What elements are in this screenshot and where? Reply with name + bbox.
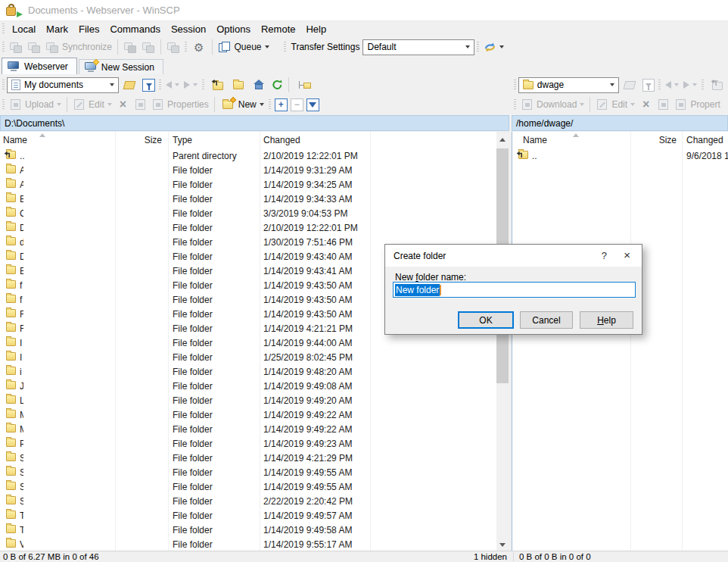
right-open-directory-button[interactable] xyxy=(620,79,640,92)
menu-mark[interactable]: Mark xyxy=(41,22,73,36)
toolbar-separator xyxy=(212,39,213,55)
file-row[interactable]: AFile folder1/14/2019 9:31:29 AM xyxy=(0,163,496,177)
left-forward-button[interactable] xyxy=(182,80,199,90)
left-rename-button[interactable] xyxy=(132,98,148,111)
upload-button[interactable]: Upload xyxy=(8,98,63,111)
scroll-up-arrow-icon xyxy=(499,138,506,142)
file-row[interactable]: SFile folder2/22/2019 2:20:42 PM xyxy=(0,494,496,508)
file-row[interactable]: SFile folder1/14/2019 4:21:29 PM xyxy=(0,451,496,465)
left-root-directory-button[interactable] xyxy=(229,80,247,91)
transfer-settings-combo[interactable]: Default xyxy=(362,39,474,55)
left-vertical-scrollbar[interactable] xyxy=(496,133,509,551)
right-properties-button[interactable]: Propert xyxy=(673,98,721,111)
compare-directories-button[interactable] xyxy=(8,40,24,55)
menu-remote[interactable]: Remote xyxy=(256,22,301,36)
file-row[interactable]: SFile folder1/14/2019 9:49:55 AM xyxy=(0,465,496,479)
find-files-button[interactable] xyxy=(165,40,182,55)
column-header-name[interactable]: Name xyxy=(3,135,27,145)
left-tree-view-button[interactable] xyxy=(293,78,316,92)
left-parent-directory-button[interactable] xyxy=(207,78,228,92)
transfer-options-dropdown-arrow-icon[interactable] xyxy=(499,45,504,48)
file-type: File folder xyxy=(173,367,213,377)
tab-new-session[interactable]: New Session xyxy=(79,59,163,74)
right-forward-button[interactable] xyxy=(682,80,698,90)
file-row[interactable]: IFile folder1/14/2019 9:44:00 AM xyxy=(0,336,496,350)
new-button[interactable]: New xyxy=(219,98,266,111)
file-row[interactable]: MFile folder1/14/2019 9:49:22 AM xyxy=(0,422,496,436)
open-console-button[interactable] xyxy=(122,40,138,55)
file-row[interactable]: IFile folder1/25/2019 8:02:45 PM xyxy=(0,350,496,364)
column-header-size[interactable]: Size xyxy=(630,135,677,145)
file-row[interactable]: MFile folder1/14/2019 9:49:22 AM xyxy=(0,407,496,422)
help-button[interactable]: Help xyxy=(580,311,633,329)
file-row[interactable]: TFile folder1/14/2019 9:49:57 AM xyxy=(0,508,496,523)
folder-icon xyxy=(6,237,16,245)
right-edit-button[interactable]: Edit xyxy=(594,98,636,111)
right-back-button[interactable] xyxy=(664,80,680,90)
file-row[interactable]: ..9/6/2018 1 xyxy=(512,148,728,163)
left-edit-button[interactable]: Edit xyxy=(71,98,114,111)
menu-options[interactable]: Options xyxy=(211,22,256,36)
select-files-button[interactable]: + xyxy=(275,98,288,111)
left-properties-button[interactable]: Properties xyxy=(150,98,210,111)
file-row[interactable]: JFile folder1/14/2019 9:49:08 AM xyxy=(0,379,496,393)
left-refresh-button[interactable] xyxy=(270,78,285,92)
left-home-directory-button[interactable] xyxy=(249,78,269,92)
synchronize-browsing-button[interactable] xyxy=(26,40,42,55)
scroll-down-button[interactable] xyxy=(496,539,509,551)
new-folder-name-input[interactable]: New folder xyxy=(393,282,636,298)
download-button[interactable]: Download xyxy=(519,98,586,111)
right-location-combo[interactable]: dwage xyxy=(518,77,620,93)
right-path-bar[interactable]: /home/dwage/ xyxy=(512,115,728,131)
dialog-close-icon[interactable]: × xyxy=(624,248,630,261)
file-row[interactable]: VFile folder1/14/2019 9:55:17 AM xyxy=(0,537,496,551)
file-row[interactable]: DFile folder2/10/2019 12:22:01 PM xyxy=(0,220,496,235)
file-row[interactable]: CFile folder3/3/2019 9:04:53 PM xyxy=(0,206,496,220)
left-location-combo[interactable]: My documents xyxy=(7,77,119,93)
column-header-changed[interactable]: Changed xyxy=(686,135,723,145)
synchronize-button[interactable]: Synchronize xyxy=(44,40,114,55)
right-panel-status: 0 B of 0 B in 0 of 0 xyxy=(519,552,591,561)
open-putty-button[interactable] xyxy=(140,40,157,55)
left-filter-button[interactable] xyxy=(142,79,155,92)
menu-help[interactable]: Help xyxy=(300,22,331,36)
scroll-up-button[interactable] xyxy=(496,133,509,145)
tab-webserver[interactable]: Webserver xyxy=(2,58,77,74)
column-header-changed[interactable]: Changed xyxy=(263,135,300,145)
queue-button[interactable]: Queue xyxy=(216,40,271,55)
left-delete-button[interactable]: × xyxy=(115,98,131,111)
preferences-button[interactable]: ⚙ xyxy=(190,40,207,55)
file-row[interactable]: LFile folder1/14/2019 9:49:20 AM xyxy=(0,393,496,407)
file-row[interactable]: BFile folder1/14/2019 9:34:33 AM xyxy=(0,192,496,206)
menu-files[interactable]: Files xyxy=(73,22,104,36)
column-header-type[interactable]: Type xyxy=(173,135,192,145)
invert-selection-button[interactable] xyxy=(306,98,319,111)
right-filter-button[interactable] xyxy=(642,79,655,92)
cancel-button[interactable]: Cancel xyxy=(520,311,573,329)
file-row[interactable]: iFile folder1/14/2019 9:48:20 AM xyxy=(0,364,496,379)
column-header-name[interactable]: Name xyxy=(523,135,547,145)
dialog-help-icon[interactable]: ? xyxy=(602,250,607,261)
file-row[interactable]: AFile folder1/14/2019 9:34:25 AM xyxy=(0,177,496,192)
left-open-directory-button[interactable] xyxy=(120,79,140,92)
column-header-size[interactable]: Size xyxy=(115,135,162,145)
right-delete-button[interactable]: × xyxy=(638,98,654,111)
right-parent-directory-button[interactable] xyxy=(707,78,727,92)
menu-session[interactable]: Session xyxy=(166,22,211,36)
unselect-files-button[interactable]: − xyxy=(291,98,303,111)
right-rename-button[interactable] xyxy=(655,98,671,111)
toolbar-grip xyxy=(185,42,187,53)
queue-dropdown-arrow-icon[interactable] xyxy=(265,45,269,48)
file-row[interactable]: ..Parent directory2/10/2019 12:22:01 PM xyxy=(0,148,496,163)
menu-local[interactable]: Local xyxy=(7,22,41,36)
left-back-button[interactable] xyxy=(164,80,181,90)
file-row[interactable]: PFile folder1/14/2019 9:49:23 AM xyxy=(0,436,496,451)
left-path-bar[interactable]: D:\Documents\ xyxy=(0,115,509,131)
new-dropdown-arrow-icon[interactable] xyxy=(260,103,264,106)
file-type: File folder xyxy=(173,467,213,478)
transfer-options-button[interactable] xyxy=(482,40,506,55)
menu-commands[interactable]: Commands xyxy=(104,22,165,36)
file-row[interactable]: TFile folder1/14/2019 9:49:58 AM xyxy=(0,523,496,537)
file-row[interactable]: SFile folder1/14/2019 9:49:55 AM xyxy=(0,479,496,494)
ok-button[interactable]: OK xyxy=(458,311,514,329)
